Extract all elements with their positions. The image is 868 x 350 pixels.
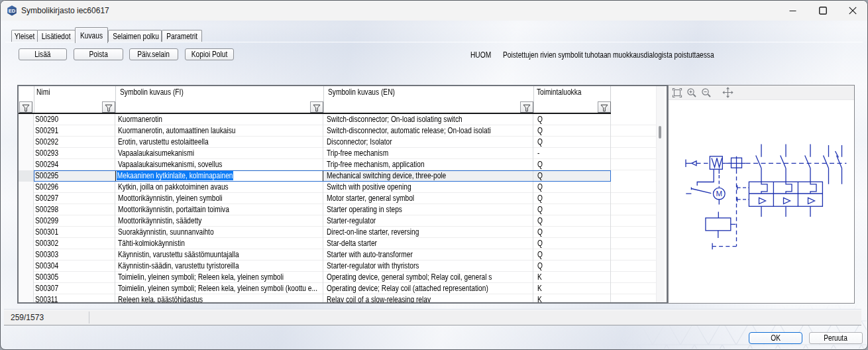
cell-kuvaus-en: Mechanical switching device, three-pole — [323, 170, 533, 182]
table-row[interactable]: S00304Käynnistin-säädin, varustettu tyri… — [19, 261, 656, 272]
filter-button-toimintaluokka[interactable] — [598, 101, 611, 113]
cell-toimintaluokka: Q — [533, 114, 611, 125]
cell-toimintaluokka: Q — [533, 159, 611, 170]
table-row[interactable]: S00296Kytkin, joilla on pakkotoiminen av… — [19, 182, 656, 193]
pan-icon[interactable] — [722, 87, 733, 99]
cell-filler — [611, 159, 655, 170]
ok-button[interactable]: OK — [749, 332, 802, 344]
cell-kuvaus-en: Direct-on-line starter, reversing — [323, 227, 533, 238]
row-header-cell — [19, 159, 34, 170]
copy-paths-button[interactable]: Kopioi Polut — [185, 48, 234, 60]
table-row[interactable]: S00295Mekaaninen kytkinlaite, kolminapai… — [19, 170, 656, 182]
cell-filler — [611, 215, 655, 227]
cell-toimintaluokka: Q — [533, 249, 611, 261]
preview-toolbar — [669, 86, 854, 100]
cell-nimi: S00304 — [34, 261, 115, 272]
cell-filler — [611, 261, 655, 272]
cell-filler — [611, 204, 655, 215]
tab-pane-edge — [5, 42, 863, 42]
cancel-button[interactable]: Peruuta — [809, 332, 863, 344]
filter-icon — [313, 104, 321, 112]
maximize-button[interactable] — [808, 1, 838, 21]
cell-kuvaus-fi: Käynnistin, varustettu säästömuuntajalla — [115, 249, 324, 261]
cell-nimi: S00303 — [34, 249, 115, 261]
cell-filler — [611, 193, 655, 204]
row-header-cell — [19, 272, 34, 283]
filter-button-en[interactable] — [520, 101, 533, 113]
cell-kuvaus-fi: Vapaalaukaisumekanismi, sovellus — [115, 159, 324, 170]
tab-selaimen-polku[interactable]: Selaimen polku — [108, 30, 162, 42]
table-row[interactable]: S00303Käynnistin, varustettu säästömuunt… — [19, 249, 656, 261]
filter-button-nimi[interactable] — [102, 101, 115, 113]
table-row[interactable]: S00299Moottorikäynnistin, säädettyStarte… — [19, 215, 656, 227]
table-row[interactable]: S00291Kuormanerotin, automaattinen lauka… — [19, 125, 656, 137]
zoom-window-icon[interactable] — [671, 87, 683, 99]
table-row[interactable]: S00298Moottorikäynnistin, portaittain to… — [19, 204, 656, 215]
scrollbar-thumb[interactable] — [659, 126, 661, 139]
row-header-cell — [19, 261, 34, 272]
vertical-scrollbar[interactable] — [656, 86, 665, 302]
column-header-en[interactable]: Symbolin kuvaus (EN) — [328, 86, 527, 98]
add-button[interactable]: Lisää — [19, 48, 67, 60]
tab-kuvaus[interactable]: Kuvaus — [75, 27, 108, 43]
cell-nimi: S00292 — [34, 137, 115, 148]
table-row[interactable]: S00294Vapaalaukaisumekanismi, sovellusTr… — [19, 159, 656, 170]
delete-button[interactable]: Poista — [74, 48, 123, 60]
table-row[interactable]: S00305Toimielin, yleinen symboli; Releen… — [19, 272, 656, 283]
cell-toimintaluokka: Q — [533, 170, 611, 182]
table-row[interactable]: S00302Tähti-kolmiokäynnistinStar-delta s… — [19, 238, 656, 249]
zoom-in-icon[interactable] — [686, 87, 698, 99]
cell-toimintaluokka: Q — [533, 204, 611, 215]
update-browser-button[interactable]: Päiv.selain — [129, 48, 178, 60]
minimize-button[interactable] — [777, 1, 808, 21]
tab-yleiset[interactable]: Yleiset — [11, 30, 38, 42]
cell-kuvaus-en: Relay coil of a slow-releasing relay — [323, 294, 533, 302]
symbol-table: Nimi Symbolin kuvaus (FI) Symbolin kuvau… — [17, 85, 668, 304]
cell-nimi: S00298 — [34, 204, 115, 215]
maximize-icon — [819, 7, 827, 15]
cell-nimi: S00307 — [34, 283, 115, 294]
cell-nimi: S00293 — [34, 148, 115, 159]
cell-filler — [611, 227, 655, 238]
window-title: Symbolikirjasto iec60617 — [21, 1, 109, 21]
cell-kuvaus-en: Switch-disconnector, automatic release; … — [323, 125, 533, 137]
filter-icon — [600, 104, 608, 112]
cell-kuvaus-en: Star-delta starter — [323, 238, 533, 249]
column-header-fi[interactable]: Symbolin kuvaus (FI) — [120, 86, 319, 98]
filter-button-rowheader[interactable] — [19, 101, 32, 113]
cell-kuvaus-en: Trip-free mechanism — [323, 148, 533, 159]
motor-label: M — [716, 190, 723, 198]
row-header-cell — [19, 238, 34, 249]
table-row[interactable]: S00301Suorakäynnistin, suunnanvaihtoDire… — [19, 227, 656, 238]
cell-kuvaus-en: Operating device, general symbol; Relay … — [323, 272, 533, 283]
cell-kuvaus-fi: Erotin, varustettu estolaitteella — [115, 137, 324, 148]
table-row[interactable]: S00307Toimielin, yleinen symboli; Releen… — [19, 283, 656, 294]
table-row[interactable]: S00292Erotin, varustettu estolaitteellaD… — [19, 137, 656, 148]
filter-button-fi[interactable] — [310, 101, 323, 113]
cell-kuvaus-en: Trip-free mechanism, application — [323, 159, 533, 170]
cell-nimi: S00291 — [34, 125, 115, 137]
table-row[interactable]: S00293VapaalaukaisumekanismiTrip-free me… — [19, 148, 656, 159]
column-header-toimintaluokka[interactable]: Toimintaluokka — [537, 86, 610, 98]
symbol-preview-panel: M — [668, 85, 855, 304]
column-header-nimi[interactable]: Nimi — [36, 86, 113, 98]
table-row[interactable]: S00290KuormanerotinSwitch-disconnector; … — [19, 114, 656, 125]
cell-kuvaus-en: Operating device; Relay coil (attached r… — [323, 283, 533, 294]
table-row[interactable]: S00297Moottorikäynnistin, yleinen symbol… — [19, 193, 656, 204]
cell-filler — [611, 249, 655, 261]
cell-nimi: S00295 — [34, 170, 115, 182]
zoom-out-icon[interactable] — [700, 87, 712, 99]
status-bar: 259/1573 — [4, 310, 861, 325]
cell-filler — [611, 114, 655, 125]
table-rows: S00290KuormanerotinSwitch-disconnector; … — [19, 114, 656, 302]
cell-toimintaluokka: Q — [533, 227, 611, 238]
cell-kuvaus-fi: Mekaaninen kytkinlaite, kolminapainen — [115, 170, 324, 182]
symbol-preview-canvas[interactable]: M — [669, 100, 854, 303]
tab-parametrit[interactable]: Parametrit — [162, 30, 202, 42]
close-button[interactable] — [838, 1, 868, 21]
dialog-window: ED Symbolikirjasto iec60617 Yleiset Lisä… — [0, 0, 868, 350]
table-header: Nimi Symbolin kuvaus (FI) Symbolin kuvau… — [19, 86, 611, 113]
tab-lisatiedot[interactable]: Lisätiedot — [37, 30, 76, 42]
cell-kuvaus-fi: Käynnistin-säädin, varustettu tyristorei… — [115, 261, 324, 272]
row-header-cell — [19, 283, 34, 294]
